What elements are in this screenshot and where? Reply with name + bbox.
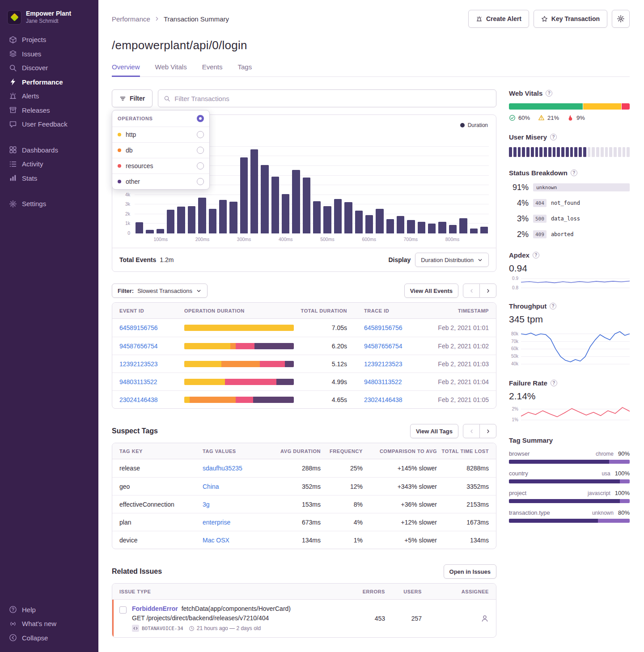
tab-events[interactable]: Events xyxy=(202,63,223,77)
sidebar-item-discover[interactable]: Discover xyxy=(0,61,98,75)
event-row: 94587656754 6.20s 94587656754 Feb 2, 202… xyxy=(112,337,496,355)
open-in-issues-button[interactable]: Open in Issues xyxy=(444,564,496,579)
event-id-link[interactable]: 12392123523 xyxy=(119,360,184,368)
tag-summary-key: country xyxy=(509,470,602,477)
page-title: /empowerplant/api/0/login xyxy=(112,38,630,52)
operation-duration-bar xyxy=(184,361,294,367)
event-id-link[interactable]: 64589156756 xyxy=(119,324,184,331)
status-label: aborted xyxy=(551,231,574,237)
total-time-lost: 8288ms xyxy=(437,465,489,472)
sidebar-item-issues[interactable]: Issues xyxy=(0,47,98,61)
histogram-bar xyxy=(386,219,394,233)
tag-value-link[interactable]: China xyxy=(203,483,219,490)
tab-web-vitals[interactable]: Web Vitals xyxy=(155,63,187,77)
tag-value-link[interactable]: sdaufhu35235 xyxy=(203,465,242,472)
view-all-events-button[interactable]: View All Events xyxy=(404,284,458,298)
activity-icon xyxy=(9,160,17,168)
sidebar-item-activity[interactable]: Activity xyxy=(0,157,98,171)
operations-dropdown-header[interactable]: OPERATIONS xyxy=(112,110,209,127)
status-row: 2%409 aborted xyxy=(509,229,630,239)
sidebar-item-whatsnew[interactable]: What's new xyxy=(0,617,98,631)
display-select[interactable]: Duration Distribution xyxy=(415,253,489,267)
sidebar-item-label: Stats xyxy=(22,174,37,183)
tag-value-link[interactable]: 3g xyxy=(203,501,210,508)
suspect-tag-row: release sdaufhu35235 288ms 25% +145% slo… xyxy=(112,459,496,477)
check-icon xyxy=(509,114,516,121)
sidebar-item-settings[interactable]: Settings xyxy=(0,197,98,211)
tag-value-link[interactable]: enterprise xyxy=(203,519,230,526)
tag-key: geo xyxy=(119,483,203,490)
event-id-link[interactable]: 94587656754 xyxy=(119,343,184,350)
issue-type-link[interactable]: ForbiddenError xyxy=(132,605,178,612)
trace-id-link[interactable]: 23024146438 xyxy=(364,396,402,403)
status-percentage: 2% xyxy=(509,230,529,239)
sidebar-item-projects[interactable]: Projects xyxy=(0,33,98,47)
previous-page-button[interactable] xyxy=(463,424,480,438)
sidebar-item-help[interactable]: Help xyxy=(0,603,98,617)
sidebar-item-performance[interactable]: Performance xyxy=(0,75,98,89)
trace-id-link[interactable]: 94587656754 xyxy=(364,343,402,350)
frequency: 1% xyxy=(321,537,363,544)
sidebar-item-alerts[interactable]: Alerts xyxy=(0,89,98,103)
event-id-link[interactable]: 94803113522 xyxy=(119,378,184,385)
col-assignee: ASSIGNEE xyxy=(422,589,489,594)
sidebar-item-stats[interactable]: Stats xyxy=(0,171,98,186)
previous-page-button[interactable] xyxy=(463,284,480,298)
question-info-icon[interactable] xyxy=(551,380,557,386)
sidebar-item-label: Projects xyxy=(22,35,46,44)
question-info-icon[interactable] xyxy=(546,90,552,97)
operation-option-resources[interactable]: resources xyxy=(112,158,209,174)
operation-radio[interactable] xyxy=(197,131,204,138)
question-info-icon[interactable] xyxy=(571,169,577,176)
tab-tags[interactable]: Tags xyxy=(238,63,252,77)
breadcrumb-performance[interactable]: Performance xyxy=(112,15,150,23)
operation-color-dot xyxy=(118,180,121,183)
status-code: 404 xyxy=(533,199,547,207)
tab-overview[interactable]: Overview xyxy=(112,63,140,77)
org-switcher[interactable]: Empower Plant Jane Schmidt xyxy=(0,6,98,31)
tag-value-link[interactable]: Mac OSX xyxy=(203,537,229,544)
operation-option-http[interactable]: http xyxy=(112,127,209,142)
right-column: Web Vitals 60% 21% 9% User Misery xyxy=(509,89,630,535)
sidebar-item-label: Alerts xyxy=(22,92,39,101)
issue-checkbox[interactable] xyxy=(119,606,127,614)
col-timestamp: TIMESTAMP xyxy=(427,308,489,313)
trace-id-link[interactable]: 12392123523 xyxy=(364,360,402,368)
search-input[interactable] xyxy=(174,95,491,102)
operation-option-other[interactable]: other xyxy=(112,174,209,189)
total-duration: 4.99s xyxy=(297,378,347,385)
question-info-icon[interactable] xyxy=(533,252,539,258)
question-info-icon[interactable] xyxy=(550,303,556,309)
operation-option-db[interactable]: db xyxy=(112,142,209,158)
issue-short-id[interactable]: BOTANAVOICE-34 xyxy=(132,625,183,632)
operation-radio[interactable] xyxy=(197,147,204,154)
sidebar-item-releases[interactable]: Releases xyxy=(0,103,98,118)
question-info-icon[interactable] xyxy=(550,134,557,140)
sidebar-item-label: Issues xyxy=(22,50,41,59)
tag-summary-key: transaction.type xyxy=(509,509,592,516)
web-vitals-stats: 60% 21% 9% xyxy=(509,114,630,121)
tag-summary-key: browser xyxy=(509,450,596,457)
trace-id-link[interactable]: 64589156756 xyxy=(364,324,402,331)
filter-button[interactable]: Filter xyxy=(112,89,153,107)
trace-id-link[interactable]: 94803113522 xyxy=(364,378,402,385)
sidebar-item-feedback[interactable]: User Feedback xyxy=(0,117,98,131)
operation-radio[interactable] xyxy=(197,178,204,185)
settings-gear-button[interactable] xyxy=(612,10,630,28)
operation-radio[interactable] xyxy=(197,162,204,169)
assignee-button[interactable] xyxy=(422,614,489,622)
operations-radio-selected[interactable] xyxy=(197,115,204,122)
legend-label: Duration xyxy=(468,122,488,128)
event-row: 23024146438 4.65s 23024146438 Feb 2, 202… xyxy=(112,390,496,408)
event-id-link[interactable]: 23024146438 xyxy=(119,396,184,403)
legend-dot-icon xyxy=(460,123,465,127)
sidebar-item-collapse[interactable]: Collapse xyxy=(0,631,98,645)
total-duration: 7.05s xyxy=(297,324,347,331)
sidebar-item-dashboards[interactable]: Dashboards xyxy=(0,143,98,157)
next-page-button[interactable] xyxy=(479,284,496,298)
create-alert-button[interactable]: Create Alert xyxy=(468,10,529,28)
view-all-tags-button[interactable]: View All Tags xyxy=(410,424,458,438)
key-transaction-button[interactable]: Key Transaction xyxy=(534,10,607,28)
events-filter-select[interactable]: Filter: Slowest Transactions xyxy=(112,284,208,298)
next-page-button[interactable] xyxy=(479,424,496,438)
